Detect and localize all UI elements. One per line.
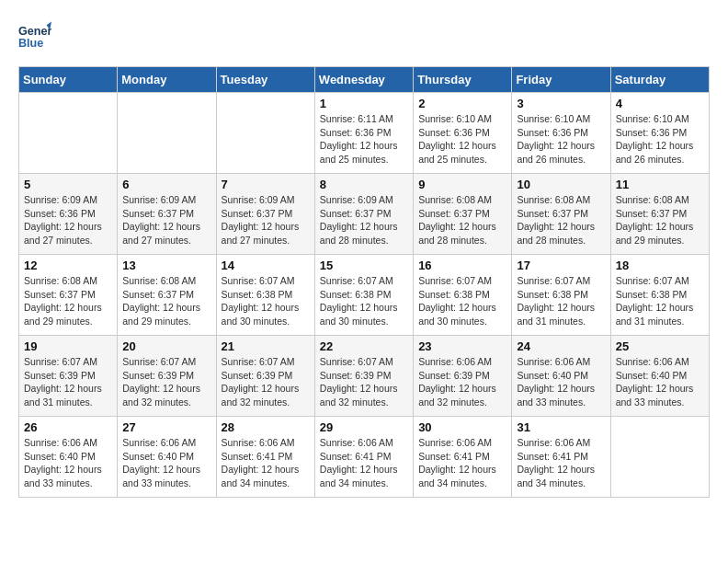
day-number: 26: [24, 420, 112, 434]
weekday-header-saturday: Saturday: [610, 67, 709, 93]
calendar-cell: 19Sunrise: 6:07 AM Sunset: 6:39 PM Dayli…: [19, 336, 118, 417]
weekday-header-thursday: Thursday: [414, 67, 512, 93]
day-info: Sunrise: 6:06 AM Sunset: 6:40 PM Dayligh…: [517, 355, 605, 409]
day-number: 9: [418, 178, 506, 191]
calendar-cell: [610, 417, 709, 498]
weekday-header-wednesday: Wednesday: [314, 67, 413, 93]
day-info: Sunrise: 6:08 AM Sunset: 6:37 PM Dayligh…: [24, 274, 112, 328]
logo: General Blue: [18, 18, 51, 52]
day-info: Sunrise: 6:07 AM Sunset: 6:38 PM Dayligh…: [222, 274, 310, 328]
day-info: Sunrise: 6:07 AM Sunset: 6:38 PM Dayligh…: [616, 274, 704, 328]
calendar-cell: 8Sunrise: 6:09 AM Sunset: 6:37 PM Daylig…: [314, 174, 413, 255]
day-info: Sunrise: 6:09 AM Sunset: 6:37 PM Dayligh…: [222, 193, 310, 247]
day-number: 13: [122, 259, 210, 272]
calendar-cell: 14Sunrise: 6:07 AM Sunset: 6:38 PM Dayli…: [216, 255, 314, 336]
day-info: Sunrise: 6:08 AM Sunset: 6:37 PM Dayligh…: [122, 274, 210, 328]
day-info: Sunrise: 6:08 AM Sunset: 6:37 PM Dayligh…: [418, 193, 506, 247]
calendar-cell: 27Sunrise: 6:06 AM Sunset: 6:40 PM Dayli…: [118, 417, 216, 498]
calendar-cell: 22Sunrise: 6:07 AM Sunset: 6:39 PM Dayli…: [314, 336, 413, 417]
day-number: 11: [616, 178, 704, 191]
calendar-cell: 23Sunrise: 6:06 AM Sunset: 6:39 PM Dayli…: [414, 336, 512, 417]
day-info: Sunrise: 6:07 AM Sunset: 6:39 PM Dayligh…: [122, 355, 210, 409]
calendar-cell: 10Sunrise: 6:08 AM Sunset: 6:37 PM Dayli…: [512, 174, 610, 255]
day-info: Sunrise: 6:06 AM Sunset: 6:41 PM Dayligh…: [517, 436, 605, 490]
calendar-cell: 18Sunrise: 6:07 AM Sunset: 6:38 PM Dayli…: [610, 255, 709, 336]
calendar-cell: 29Sunrise: 6:06 AM Sunset: 6:41 PM Dayli…: [314, 417, 413, 498]
calendar-cell: 21Sunrise: 6:07 AM Sunset: 6:39 PM Dayli…: [216, 336, 314, 417]
calendar-cell: 13Sunrise: 6:08 AM Sunset: 6:37 PM Dayli…: [118, 255, 216, 336]
day-number: 3: [517, 97, 605, 110]
day-number: 27: [122, 420, 210, 434]
day-info: Sunrise: 6:07 AM Sunset: 6:39 PM Dayligh…: [222, 355, 310, 409]
calendar-cell: 26Sunrise: 6:06 AM Sunset: 6:40 PM Dayli…: [19, 417, 118, 498]
calendar-cell: 4Sunrise: 6:10 AM Sunset: 6:36 PM Daylig…: [610, 93, 709, 174]
calendar-cell: 20Sunrise: 6:07 AM Sunset: 6:39 PM Dayli…: [118, 336, 216, 417]
calendar-cell: 11Sunrise: 6:08 AM Sunset: 6:37 PM Dayli…: [610, 174, 709, 255]
day-number: 30: [418, 420, 506, 434]
day-number: 22: [320, 339, 408, 353]
day-number: 5: [24, 178, 112, 191]
day-number: 24: [517, 339, 605, 353]
calendar-cell: 30Sunrise: 6:06 AM Sunset: 6:41 PM Dayli…: [414, 417, 512, 498]
svg-text:Blue: Blue: [18, 37, 43, 50]
day-number: 12: [24, 259, 112, 272]
day-number: 2: [418, 97, 506, 110]
day-number: 31: [517, 420, 605, 434]
day-number: 8: [320, 178, 408, 191]
calendar-table: SundayMondayTuesdayWednesdayThursdayFrid…: [18, 66, 710, 498]
calendar-cell: 28Sunrise: 6:06 AM Sunset: 6:41 PM Dayli…: [216, 417, 314, 498]
day-number: 29: [320, 420, 408, 434]
day-info: Sunrise: 6:07 AM Sunset: 6:38 PM Dayligh…: [418, 274, 506, 328]
day-info: Sunrise: 6:10 AM Sunset: 6:36 PM Dayligh…: [517, 112, 605, 167]
day-info: Sunrise: 6:06 AM Sunset: 6:41 PM Dayligh…: [320, 436, 408, 490]
day-info: Sunrise: 6:06 AM Sunset: 6:40 PM Dayligh…: [616, 355, 704, 409]
day-number: 14: [222, 259, 310, 272]
calendar-cell: 12Sunrise: 6:08 AM Sunset: 6:37 PM Dayli…: [19, 255, 118, 336]
weekday-header-tuesday: Tuesday: [216, 67, 314, 93]
calendar-cell: [216, 93, 314, 174]
day-info: Sunrise: 6:10 AM Sunset: 6:36 PM Dayligh…: [616, 112, 704, 167]
day-info: Sunrise: 6:09 AM Sunset: 6:36 PM Dayligh…: [24, 193, 112, 247]
day-number: 16: [418, 259, 506, 272]
day-info: Sunrise: 6:06 AM Sunset: 6:41 PM Dayligh…: [222, 436, 310, 490]
day-number: 17: [517, 259, 605, 272]
day-number: 23: [418, 339, 506, 353]
calendar-cell: 17Sunrise: 6:07 AM Sunset: 6:38 PM Dayli…: [512, 255, 610, 336]
day-number: 28: [222, 420, 310, 434]
day-info: Sunrise: 6:08 AM Sunset: 6:37 PM Dayligh…: [517, 193, 605, 247]
calendar-cell: 3Sunrise: 6:10 AM Sunset: 6:36 PM Daylig…: [512, 93, 610, 174]
day-info: Sunrise: 6:09 AM Sunset: 6:37 PM Dayligh…: [320, 193, 408, 247]
day-info: Sunrise: 6:06 AM Sunset: 6:41 PM Dayligh…: [418, 436, 506, 490]
day-number: 1: [320, 97, 408, 110]
logo-icon: General Blue: [18, 18, 51, 52]
day-info: Sunrise: 6:07 AM Sunset: 6:38 PM Dayligh…: [320, 274, 408, 328]
weekday-header-monday: Monday: [118, 67, 216, 93]
day-info: Sunrise: 6:06 AM Sunset: 6:40 PM Dayligh…: [122, 436, 210, 490]
day-info: Sunrise: 6:07 AM Sunset: 6:39 PM Dayligh…: [320, 355, 408, 409]
weekday-header-friday: Friday: [512, 67, 610, 93]
weekday-header-sunday: Sunday: [19, 67, 118, 93]
day-number: 20: [122, 339, 210, 353]
day-number: 4: [616, 97, 704, 110]
calendar-cell: 2Sunrise: 6:10 AM Sunset: 6:36 PM Daylig…: [414, 93, 512, 174]
day-info: Sunrise: 6:07 AM Sunset: 6:39 PM Dayligh…: [24, 355, 112, 409]
day-info: Sunrise: 6:08 AM Sunset: 6:37 PM Dayligh…: [616, 193, 704, 247]
calendar-cell: 25Sunrise: 6:06 AM Sunset: 6:40 PM Dayli…: [610, 336, 709, 417]
day-number: 19: [24, 339, 112, 353]
day-info: Sunrise: 6:11 AM Sunset: 6:36 PM Dayligh…: [320, 112, 408, 167]
calendar-cell: 9Sunrise: 6:08 AM Sunset: 6:37 PM Daylig…: [414, 174, 512, 255]
day-info: Sunrise: 6:10 AM Sunset: 6:36 PM Dayligh…: [418, 112, 506, 167]
calendar-cell: 5Sunrise: 6:09 AM Sunset: 6:36 PM Daylig…: [19, 174, 118, 255]
day-number: 18: [616, 259, 704, 272]
day-info: Sunrise: 6:07 AM Sunset: 6:38 PM Dayligh…: [517, 274, 605, 328]
calendar-cell: 16Sunrise: 6:07 AM Sunset: 6:38 PM Dayli…: [414, 255, 512, 336]
calendar-cell: 1Sunrise: 6:11 AM Sunset: 6:36 PM Daylig…: [314, 93, 413, 174]
calendar-cell: 6Sunrise: 6:09 AM Sunset: 6:37 PM Daylig…: [118, 174, 216, 255]
day-number: 21: [222, 339, 310, 353]
calendar-cell: [19, 93, 118, 174]
calendar-cell: [118, 93, 216, 174]
calendar-cell: 7Sunrise: 6:09 AM Sunset: 6:37 PM Daylig…: [216, 174, 314, 255]
day-number: 6: [122, 178, 210, 191]
day-info: Sunrise: 6:06 AM Sunset: 6:40 PM Dayligh…: [24, 436, 112, 490]
day-number: 15: [320, 259, 408, 272]
